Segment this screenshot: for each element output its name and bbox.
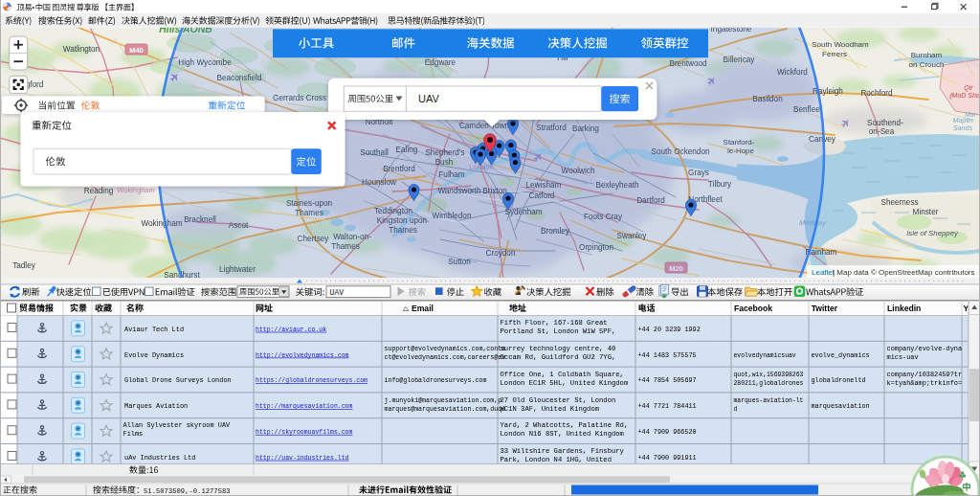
svg-text:marques-aviation-lt: marques-aviation-lt — [734, 397, 804, 404]
svg-text:27 Old Gloucester St, London: 27 Old Gloucester St, London — [501, 396, 616, 404]
svg-text:+44 7854 505697: +44 7854 505697 — [638, 376, 697, 384]
svg-text:surrey technology centre, 40: surrey technology centre, 40 — [501, 345, 616, 352]
svg-text:Isle of Sheppey: Isle of Sheppey — [906, 229, 959, 237]
svg-text:Burnham: Burnham — [911, 51, 943, 59]
svg-text:mics-uav: mics-uav — [887, 353, 919, 361]
svg-text:UAV: UAV — [330, 288, 345, 297]
svg-text:33 Wiltshire Gardens, Finsbury: 33 Wiltshire Gardens, Finsbury — [501, 447, 625, 455]
svg-text:+44 20 3239 1992: +44 20 3239 1992 — [638, 326, 701, 333]
svg-text:M40: M40 — [129, 46, 144, 55]
svg-text:http://marquesaviation.com: http://marquesaviation.com — [256, 403, 353, 410]
svg-text:j.munyoki@marquesaviation.com,: j.munyoki@marquesaviation.com,p — [385, 397, 502, 404]
svg-text:http://uav-industries.ltd: http://uav-industries.ltd — [256, 455, 349, 462]
svg-text:on-Sea: on-Sea — [869, 127, 895, 136]
svg-text:Linkedin: Linkedin — [887, 304, 921, 313]
svg-text:info@globaldronesurveys.com: info@globaldronesurveys.com — [385, 377, 487, 384]
svg-text:Reading: Reading — [84, 187, 114, 195]
svg-text:Yard, 2 Whatcotts, Palatine Rd: Yard, 2 Whatcotts, Palatine Rd, — [501, 421, 629, 429]
svg-text:evolve_dynamics: evolve_dynamics — [812, 351, 870, 359]
svg-text:London N16 8ST, United Kingdom: London N16 8ST, United Kingdom — [501, 430, 624, 438]
svg-text:Watlington: Watlington — [63, 45, 100, 54]
svg-text:Portland St, London W1W 5PF,: Portland St, London W1W 5PF, — [501, 327, 616, 335]
svg-text:+44 1483 575575: +44 1483 575575 — [638, 351, 697, 359]
svg-text:Twitter: Twitter — [812, 304, 838, 313]
svg-text:Global Drone Surveys London: Global Drone Surveys London — [124, 376, 232, 384]
svg-text:Email: Email — [412, 304, 434, 313]
svg-text:Rochford: Rochford — [860, 89, 893, 98]
svg-text:marquesaviation: marquesaviation — [812, 402, 870, 410]
svg-text:support@evolvedynamics.com,con: support@evolvedynamics.com,conta — [385, 346, 506, 352]
svg-text:+44 7909 966520: +44 7909 966520 — [638, 428, 697, 436]
svg-text:(MoD Sho: (MoD Sho — [949, 92, 980, 100]
svg-text:d: d — [734, 406, 738, 413]
svg-text:Park, London N4 1HG, United: Park, London N4 1HG, United — [501, 456, 612, 463]
svg-text:Evolve Dynamics: Evolve Dynamics — [124, 351, 184, 359]
svg-text:Marques Aviation: Marques Aviation — [124, 402, 188, 410]
svg-text:ct@evolvedynamics.com,careers@: ct@evolvedynamics.com,careers@ev — [385, 354, 506, 361]
svg-text:company/evolve-dyna: company/evolve-dyna — [887, 345, 963, 352]
svg-text:Fifth Floor, 167-168 Great: Fifth Floor, 167-168 Great — [501, 319, 608, 327]
svg-text:London EC1R 5HL, United Kingdo: London EC1R 5HL, United Kingdom — [501, 379, 629, 387]
svg-text:k=tyah&amp;trkinfo=: k=tyah&amp;trkinfo= — [887, 379, 963, 387]
svg-text:gford: gford — [26, 80, 44, 89]
svg-text:Office One, 1 Coldbath Square,: Office One, 1 Coldbath Square, — [501, 371, 624, 378]
svg-text:Wokingham: Wokingham — [117, 186, 154, 194]
svg-text:UAV: UAV — [418, 93, 439, 104]
svg-text:South Woodham: South Woodham — [812, 40, 869, 49]
svg-text:evolvedynamicsuav: evolvedynamicsuav — [734, 352, 796, 359]
svg-text:http://aviaur.co.uk: http://aviaur.co.uk — [256, 327, 326, 333]
svg-text:Ferrers: Ferrers — [822, 50, 847, 58]
svg-text:Allan Sylvester skyroom UAV: Allan Sylvester skyroom UAV — [123, 421, 232, 429]
svg-text:https://globaldronesurveys.com: https://globaldronesurveys.com — [256, 377, 368, 384]
svg-text:Qir: Qir — [964, 84, 973, 92]
svg-text:on Crouch: on Crouch — [909, 60, 945, 69]
svg-text:+44 7900 991911: +44 7900 991911 — [638, 454, 697, 462]
svg-text:Sheerness: Sheerness — [880, 198, 918, 207]
svg-text:Films: Films — [123, 430, 144, 438]
svg-text:Facebook: Facebook — [734, 304, 772, 313]
svg-text:quot,wix,1569398263: quot,wix,1569398263 — [734, 372, 804, 378]
svg-text:marques@marquesaviation.com,du: marques@marquesaviation.com,duqu — [385, 406, 506, 413]
svg-text:| Map data © OpenStreetMap con: | Map data © OpenStreetMap contributors — [833, 268, 975, 277]
svg-text:+44 7721 784411: +44 7721 784411 — [638, 402, 697, 410]
svg-text:Tadley: Tadley — [12, 261, 36, 270]
svg-text:globaldroneltd: globaldroneltd — [812, 376, 866, 384]
svg-text:uAv Industries Ltd: uAv Industries Ltd — [124, 454, 195, 462]
svg-text:Mar: Mar — [965, 111, 977, 118]
svg-text:Aviaur Tech Ltd: Aviaur Tech Ltd — [124, 326, 184, 333]
svg-text:company/10382459?tr: company/10382459?tr — [887, 371, 963, 378]
svg-text:Southend-: Southend- — [867, 119, 903, 127]
svg-text:51.5073509,-0.1277583: 51.5073509,-0.1277583 — [144, 487, 231, 495]
svg-text:http://skyroomuavfilms.com: http://skyroomuavfilms.com — [256, 429, 353, 436]
svg-text:Minster: Minster — [913, 208, 939, 216]
svg-text:WC1N 3AF, United Kingdom: WC1N 3AF, United Kingdom — [501, 405, 600, 413]
svg-text:Occam Rd, Guildford GU2 7YG,: Occam Rd, Guildford GU2 7YG, — [501, 353, 616, 361]
svg-text:Sands: Sands — [953, 124, 973, 132]
svg-text:280211,globaldrones: 280211,globaldrones — [734, 380, 804, 387]
svg-text:http://evolvedynamics.com: http://evolvedynamics.com — [256, 352, 349, 359]
